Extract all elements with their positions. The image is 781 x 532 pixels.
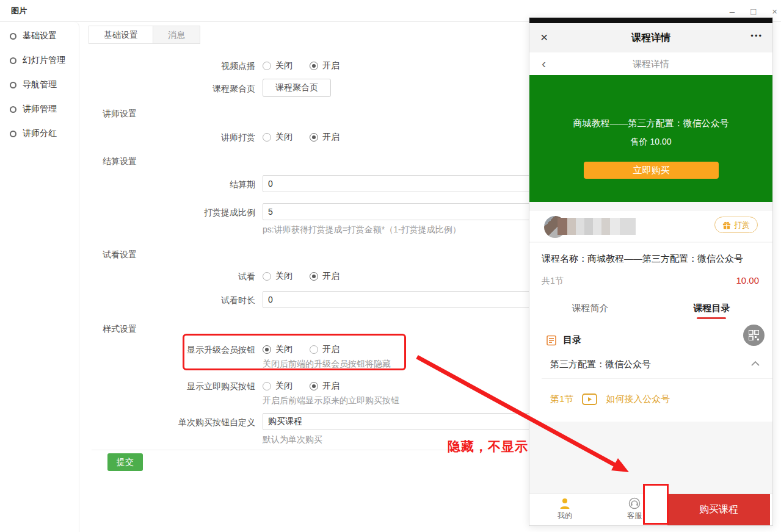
radio-circle-icon	[10, 82, 16, 88]
form-row-vod: 视频点播 关闭 开启	[79, 60, 340, 72]
document-icon	[546, 335, 557, 346]
maximize-icon[interactable]: □	[750, 7, 756, 16]
field-label: 单次购买按钮自定义	[79, 413, 263, 428]
field-label: 视频点播	[79, 60, 263, 72]
qr-code-button[interactable]	[743, 325, 765, 346]
bottom-tab-bar: 我的 客服 购买课程	[529, 494, 772, 525]
sidebar-item-slides[interactable]: 幻灯片管理	[0, 48, 79, 73]
radio-icon-checked[interactable]	[263, 345, 271, 354]
submit-button[interactable]: 提交	[107, 453, 143, 471]
lesson-number: 第1节	[550, 394, 573, 405]
course-info-block: 课程名称：商城教程——第三方配置：微信公众号 共1节 10.00 课程简介 课程…	[529, 243, 772, 422]
person-icon	[559, 497, 571, 509]
tab-messages[interactable]: 消息	[153, 26, 200, 44]
radio-label: 关闭	[275, 132, 292, 143]
tab-basic-settings[interactable]: 基础设置	[89, 26, 153, 44]
more-icon[interactable]: •••	[750, 31, 763, 40]
radio-icon[interactable]	[263, 62, 271, 70]
tabbar-item-mine[interactable]: 我的	[543, 497, 586, 521]
gift-icon	[722, 221, 731, 229]
radio-icon-checked[interactable]	[310, 133, 318, 142]
course-name: 课程名称：商城教程——第三方配置：微信公众号	[542, 253, 743, 265]
sidebar-item-label: 讲师分红	[23, 128, 57, 139]
radio-option-on[interactable]: 开启	[310, 344, 340, 355]
qr-code-icon	[749, 330, 759, 340]
lesson-row[interactable]: 第1节 如何接入公众号	[550, 394, 670, 405]
radio-icon[interactable]	[263, 382, 271, 390]
radio-option-off[interactable]: 关闭	[263, 132, 292, 143]
field-label: 显示立即购买按钮	[79, 380, 263, 392]
minimize-icon[interactable]: –	[730, 7, 735, 16]
form-row-instructor-reward: 讲师打赏 关闭 开启	[79, 131, 340, 143]
wechat-header-title: 课程详情	[529, 32, 772, 45]
chapter-row[interactable]: 第三方配置：微信公众号	[550, 359, 651, 370]
radio-label: 开启	[322, 344, 340, 355]
field-label: 课程聚合页	[79, 79, 263, 95]
radio-icon-checked[interactable]	[310, 382, 318, 390]
tabbar-label: 客服	[627, 511, 642, 521]
form-row-show-buy: 显示立即购买按钮 关闭 开启 开启后前端显示原来的立即购买按钮	[79, 380, 399, 406]
sidebar-item-instructors[interactable]: 讲师管理	[0, 97, 79, 121]
radio-icon[interactable]	[263, 133, 271, 142]
annotation-text: 隐藏，不显示	[448, 438, 528, 455]
field-label: 打赏提成比例	[79, 203, 263, 218]
radio-icon[interactable]	[310, 345, 318, 354]
section-settlement-settings: 结算设置	[103, 156, 137, 167]
chapter-divider	[542, 378, 772, 379]
tab-course-catalog[interactable]: 课程目录	[651, 303, 772, 314]
author-card: 打赏	[529, 211, 772, 242]
close-icon[interactable]: ×	[772, 7, 777, 16]
sidebar-item-label: 基础设置	[23, 31, 57, 41]
banner-course-title: 商城教程——第三方配置：微信公众号	[529, 118, 772, 129]
catalog-title: 目录	[563, 334, 581, 346]
radio-label: 开启	[322, 271, 340, 282]
reward-label: 打赏	[734, 220, 750, 231]
radio-option-on[interactable]: 开启	[310, 132, 340, 143]
form-row-reward-ratio: 打赏提成比例 ps:讲师获得打赏提成=打赏金额*（1-打赏提成比例）	[79, 203, 579, 235]
purchase-course-button[interactable]: 购买课程	[667, 494, 770, 525]
tab-course-intro[interactable]: 课程简介	[529, 303, 651, 314]
radio-option-off[interactable]: 关闭	[263, 344, 292, 355]
form-row-settle-period: 结算期	[79, 175, 579, 192]
field-label: 显示升级会员按钮	[79, 343, 263, 356]
field-note: 开启后前端显示原来的立即购买按钮	[263, 395, 399, 406]
radio-circle-icon	[10, 33, 16, 40]
radio-label: 关闭	[275, 271, 292, 282]
radio-option-off[interactable]: 关闭	[263, 60, 292, 71]
phone-status-bar	[529, 18, 772, 23]
window-title: 图片	[11, 5, 27, 16]
radio-icon-checked[interactable]	[310, 272, 318, 281]
sidebar-item-basic-settings[interactable]: 基础设置	[0, 24, 79, 48]
radio-option-on[interactable]: 开启	[310, 381, 340, 392]
aggregation-page-button[interactable]: 课程聚合页	[263, 79, 331, 97]
chevron-up-icon[interactable]	[750, 361, 760, 367]
radio-option-on[interactable]: 开启	[310, 271, 340, 282]
tabbar-item-service[interactable]: 客服	[613, 497, 656, 521]
sidebar-item-label: 幻灯片管理	[23, 55, 65, 66]
radio-option-off[interactable]: 关闭	[263, 381, 292, 392]
reward-button[interactable]: 打赏	[714, 217, 758, 233]
lesson-count: 共1节	[542, 276, 564, 287]
buy-now-button[interactable]: 立即购买	[584, 162, 719, 179]
wechat-header: × 课程详情 •••	[529, 23, 772, 52]
radio-icon-checked[interactable]	[310, 62, 318, 70]
radio-option-on[interactable]: 开启	[310, 60, 340, 71]
form-row-show-upgrade: 显示升级会员按钮 关闭 开启 关闭后前端的升级会员按钮将隐藏	[79, 343, 391, 370]
sidebar-item-instructor-dividend[interactable]: 讲师分红	[0, 121, 79, 146]
video-play-icon	[582, 394, 597, 405]
sidebar-item-label: 导航管理	[23, 79, 57, 90]
section-trial-settings: 试看设置	[103, 250, 137, 261]
course-banner: 商城教程——第三方配置：微信公众号 售价 10.00 立即购买	[529, 75, 772, 202]
radio-label: 关闭	[275, 381, 292, 392]
active-tab-underline	[697, 317, 726, 319]
catalog-header: 目录	[546, 334, 581, 346]
sidebar-item-label: 讲师管理	[23, 104, 57, 115]
radio-label: 开启	[322, 132, 340, 143]
sidebar-item-navigation[interactable]: 导航管理	[0, 73, 79, 97]
field-label: 讲师打赏	[79, 131, 263, 143]
radio-icon[interactable]	[263, 272, 271, 281]
radio-label: 关闭	[275, 60, 292, 71]
headset-icon	[628, 497, 641, 509]
tabbar-label: 我的	[558, 511, 572, 521]
radio-option-off[interactable]: 关闭	[263, 271, 292, 282]
